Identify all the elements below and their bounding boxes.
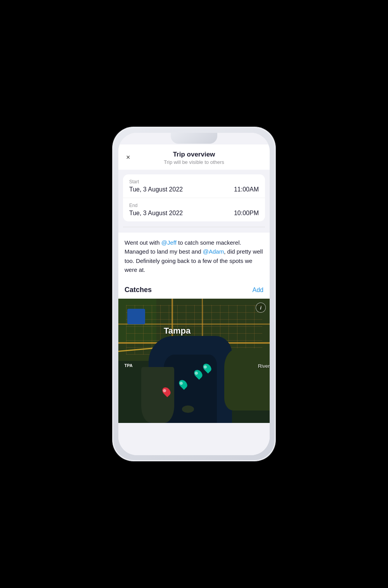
catches-title: Catches — [125, 286, 152, 294]
trip-description: Went out with @Jeff to catch some macker… — [118, 233, 270, 280]
screen-content: × Trip overview Trip will be visible to … — [118, 133, 270, 455]
phone-notch — [171, 133, 217, 144]
start-label: Start — [129, 179, 259, 184]
end-date: Tue, 3 August 2022 — [129, 210, 183, 217]
map-pin-teal-2[interactable] — [195, 369, 203, 379]
section-divider — [123, 227, 265, 227]
end-label: End — [129, 203, 259, 208]
map-pin-teal-3[interactable] — [180, 379, 187, 390]
map-city-label: Tampa — [164, 326, 191, 336]
map-info-button[interactable]: i — [256, 303, 266, 313]
page-header: × Trip overview Trip will be visible to … — [118, 144, 270, 170]
map-airport — [127, 309, 145, 324]
adam-mention[interactable]: @Adam — [203, 248, 224, 255]
close-button[interactable]: × — [126, 153, 130, 161]
map-container[interactable]: TPA Tampa River i — [118, 299, 270, 423]
map-pin-teal-1[interactable] — [204, 363, 211, 373]
description-text: Went out with @Jeff to catch some macker… — [125, 238, 263, 274]
end-time: 10:00PM — [234, 210, 259, 217]
page-subtitle: Trip will be visible to others — [126, 159, 262, 165]
phone-screen: × Trip overview Trip will be visible to … — [118, 133, 270, 455]
text-before-jeff: Went out with — [125, 239, 161, 246]
jeff-mention[interactable]: @Jeff — [161, 239, 177, 246]
map-airport-label: TPA — [125, 363, 133, 368]
start-date-card[interactable]: Start Tue, 3 August 2022 11:00AM — [123, 174, 265, 198]
map-pin-red[interactable] — [163, 387, 171, 397]
end-date-card[interactable]: End Tue, 3 August 2022 10:00PM — [123, 198, 265, 221]
catches-section: Catches Add — [118, 280, 270, 423]
map-satellite: TPA Tampa River i — [118, 299, 270, 423]
map-river-label: River — [258, 363, 270, 369]
date-cards: Start Tue, 3 August 2022 11:00AM End Tue… — [123, 174, 265, 221]
phone-frame: × Trip overview Trip will be visible to … — [113, 127, 275, 461]
start-time: 11:00AM — [234, 186, 259, 193]
add-catch-button[interactable]: Add — [253, 287, 263, 294]
catches-header: Catches Add — [118, 280, 270, 299]
map-land-right — [224, 348, 270, 411]
page-title: Trip overview — [126, 151, 262, 158]
start-date: Tue, 3 August 2022 — [129, 186, 183, 193]
